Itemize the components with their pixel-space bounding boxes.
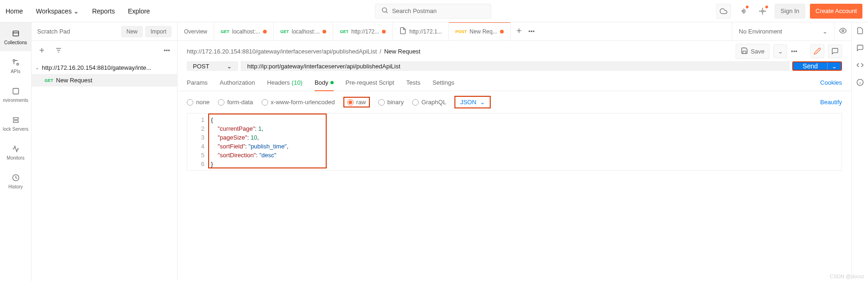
code-icon[interactable] xyxy=(856,61,864,70)
beautify-button[interactable]: Beautify xyxy=(820,99,842,106)
more-icon[interactable]: ••• xyxy=(791,48,797,55)
watermark: CSDN @docsz xyxy=(830,274,851,279)
rail-monitors[interactable]: Monitors xyxy=(0,138,31,167)
url-input[interactable]: http://ip:port/gateway/interfaceserver/a… xyxy=(241,61,789,71)
body-none[interactable]: none xyxy=(187,99,210,106)
body-format-selector[interactable]: JSON⌄ xyxy=(454,96,491,108)
environments-icon xyxy=(11,87,20,96)
filter-icon[interactable] xyxy=(52,44,65,57)
info-icon[interactable] xyxy=(856,79,864,87)
rail-environments[interactable]: nvironments xyxy=(0,80,31,109)
breadcrumb: http://172.16.20.154:8810/gateway/interf… xyxy=(187,48,421,55)
comments-icon[interactable] xyxy=(856,44,864,53)
radio-icon xyxy=(262,99,268,106)
svg-rect-4 xyxy=(13,31,19,36)
tab-label: Overview xyxy=(184,28,207,35)
tab-label: http://172.1... xyxy=(409,28,442,35)
more-icon[interactable]: ••• xyxy=(160,44,173,57)
edit-icon[interactable] xyxy=(810,44,824,58)
svg-point-5 xyxy=(13,60,15,61)
search-placeholder: Search Postman xyxy=(392,7,437,14)
rail-collections[interactable]: Collections xyxy=(0,22,31,51)
method-selector[interactable]: POST ⌄ xyxy=(187,61,238,71)
tab-overview[interactable]: Overview xyxy=(178,22,214,40)
radio-label: none xyxy=(196,99,210,106)
send-dropdown[interactable]: ⌄ xyxy=(827,62,841,70)
rail-apis[interactable]: APIs xyxy=(0,51,31,80)
body-graphql[interactable]: GraphQL xyxy=(412,99,446,106)
save-button[interactable]: Save xyxy=(736,44,770,59)
svg-point-3 xyxy=(762,10,763,12)
rail-label: APIs xyxy=(11,69,20,74)
svg-line-1 xyxy=(386,12,388,13)
chevron-down-icon: ⌄ xyxy=(35,65,39,70)
rail-label: nvironments xyxy=(3,98,28,103)
new-tab-icon[interactable] xyxy=(515,27,523,36)
body-urlencoded[interactable]: x-www-form-urlencoded xyxy=(262,99,335,106)
chevron-down-icon: ⌄ xyxy=(822,28,828,35)
environment-selector[interactable]: No Environment ⌄ xyxy=(732,22,834,40)
eye-icon[interactable] xyxy=(839,27,847,36)
sign-in-button[interactable]: Sign In xyxy=(775,4,805,19)
cookies-link[interactable]: Cookies xyxy=(820,79,842,86)
tab-settings[interactable]: Settings xyxy=(433,74,454,91)
svg-point-2 xyxy=(742,10,744,12)
method-badge: GET xyxy=(45,78,53,83)
tab-params[interactable]: Params xyxy=(187,74,208,91)
tree-collection[interactable]: ⌄ http://172.16.20.154:8810/gateway/inte… xyxy=(32,61,177,74)
method-label: POST xyxy=(193,63,209,70)
save-dropdown[interactable]: ⌄ xyxy=(773,44,787,58)
headers-count: (10) xyxy=(292,79,302,86)
tab-tests[interactable]: Tests xyxy=(406,74,420,91)
tab-prerequest[interactable]: Pre-request Script xyxy=(346,74,395,91)
rail-label: Monitors xyxy=(7,155,24,161)
tab-request-active[interactable]: POSTNew Req... xyxy=(449,22,511,40)
unsaved-dot xyxy=(382,30,386,33)
unsaved-dot xyxy=(500,30,504,33)
method-badge: GET xyxy=(340,29,349,34)
rail-mock-servers[interactable]: lock Servers xyxy=(0,109,31,138)
nav-reports[interactable]: Reports xyxy=(92,7,115,15)
body-indicator-dot xyxy=(330,81,334,84)
tab-headers[interactable]: Headers (10) xyxy=(267,74,302,91)
create-account-button[interactable]: Create Account xyxy=(810,4,862,19)
settings-icon[interactable] xyxy=(755,4,770,19)
tab-label: Headers xyxy=(267,79,290,86)
method-badge: GET xyxy=(221,29,230,34)
satellite-icon[interactable] xyxy=(736,4,750,19)
rail-label: Collections xyxy=(4,40,27,45)
comment-icon[interactable] xyxy=(828,44,842,58)
save-icon xyxy=(741,47,748,56)
nav-workspaces[interactable]: Workspaces⌄ xyxy=(36,7,79,15)
format-label: JSON xyxy=(460,99,476,106)
rail-history[interactable]: History xyxy=(0,167,31,195)
nav-home[interactable]: Home xyxy=(6,7,23,15)
new-button[interactable]: New xyxy=(121,26,143,37)
tab-authorization[interactable]: Authorization xyxy=(220,74,255,91)
request-name: New Request xyxy=(56,77,92,84)
nav-explore[interactable]: Explore xyxy=(128,7,150,15)
global-search[interactable]: Search Postman xyxy=(375,4,491,19)
body-editor[interactable]: 123456 { "currentPage": 1, "pageSize": 1… xyxy=(187,113,842,171)
cloud-sync-icon[interactable] xyxy=(716,4,731,19)
body-form-data[interactable]: form-data xyxy=(218,99,253,106)
tab-request[interactable]: GEThttp://172... xyxy=(333,22,393,40)
add-icon[interactable] xyxy=(35,44,48,57)
send-button[interactable]: Send xyxy=(793,62,827,70)
more-icon[interactable]: ••• xyxy=(528,28,535,35)
right-rail xyxy=(851,22,868,281)
code-area[interactable]: { "currentPage": 1, "pageSize": 10, "sor… xyxy=(208,114,842,170)
tab-request[interactable]: GETlocalhost:... xyxy=(274,22,333,40)
import-button[interactable]: Import xyxy=(145,26,171,37)
content-area: Overview GETlocalhost:... GETlocalhost:.… xyxy=(178,22,851,281)
docs-icon[interactable] xyxy=(856,27,864,36)
tab-file[interactable]: http://172.1... xyxy=(393,22,449,40)
body-binary[interactable]: binary xyxy=(378,99,404,106)
breadcrumb-path[interactable]: http://172.16.20.154:8810/gateway/interf… xyxy=(187,48,377,55)
history-icon xyxy=(11,173,20,182)
radio-label: form-data xyxy=(227,99,253,106)
tree-request[interactable]: GET New Request xyxy=(32,74,177,87)
tab-request[interactable]: GETlocalhost:... xyxy=(214,22,274,40)
body-raw[interactable]: raw xyxy=(343,97,370,107)
tab-body[interactable]: Body xyxy=(315,74,334,91)
